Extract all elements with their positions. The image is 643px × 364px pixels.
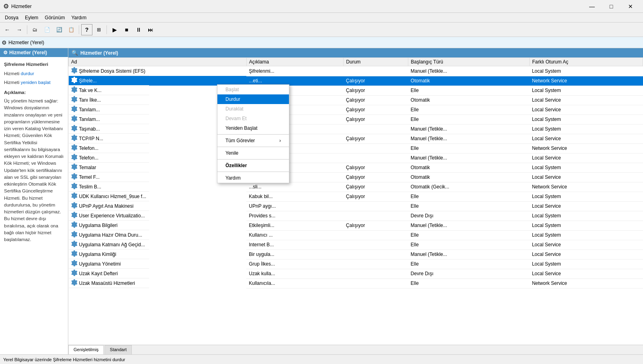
table-row[interactable]: TCP/IP N... ...ist... Çalışıyor Manuel (… [69, 134, 643, 143]
stop-button[interactable]: ■ [121, 24, 132, 35]
cell-status: Çalışıyor [344, 134, 408, 143]
menu-yardim[interactable]: Yardım [68, 14, 90, 21]
stop-link[interactable]: durdur [21, 71, 34, 76]
table-row[interactable]: Uygulama Katmanı Ağ Geçid... Internet B.… [69, 240, 643, 249]
context-menu-item: Devam Et [217, 114, 289, 123]
forward-button[interactable]: → [14, 24, 25, 35]
cell-desc: Kullanıcıla... [246, 278, 344, 288]
tab-standard[interactable]: Standart [104, 345, 132, 354]
restart-link[interactable]: yeniden başlat [21, 80, 51, 85]
context-menu-separator [217, 172, 289, 172]
cell-name: Telefon... [69, 153, 149, 163]
cell-logon: Local Service [530, 95, 643, 105]
col-start[interactable]: Başlangıç Türü [408, 58, 530, 66]
cell-name: Teslim B... [69, 182, 149, 192]
status-text: Yerel Bilgisayar üzerinde Şifreleme Hizm… [3, 357, 125, 362]
table-row[interactable]: Uzak Kayıt Defteri Uzak kulla... Devre D… [69, 269, 643, 278]
cell-start-type: Elle [408, 230, 530, 240]
cell-start-type: Manuel (Tetikle... [408, 249, 530, 259]
table-row[interactable]: Temalar ...a ... Çalışıyor Otomatik Loca… [69, 163, 643, 172]
table-row[interactable]: Uygulama Hazır Olma Duru... Kullanıcı ..… [69, 230, 643, 240]
help-button[interactable]: ? [81, 24, 92, 35]
context-menu-separator [217, 147, 289, 147]
cell-start-type: Elle [408, 201, 530, 211]
report-button[interactable]: 📄 [41, 24, 53, 35]
col-status[interactable]: Durum [344, 58, 408, 66]
table-row[interactable]: Taşınab... ...bil... Manuel (Tetikle... … [69, 124, 643, 134]
context-menu-item[interactable]: Özellikler [217, 161, 289, 170]
context-menu-item[interactable]: Durdur [217, 94, 289, 104]
table-row[interactable]: UDK Kullanıcı Hizmeti_9sue f... Kabuk bi… [69, 192, 643, 201]
table-row[interactable]: Şifrele... ...eti... Çalışıyor Otomatik … [69, 76, 643, 86]
cell-name: Şifrele... [69, 76, 149, 86]
table-row[interactable]: Telefon... ...t... Manuel (Tetikle... Lo… [69, 153, 643, 163]
table-row[interactable]: Tanılam... ...a ... Çalışıyor Elle Local… [69, 105, 643, 115]
play-button[interactable]: ▶ [109, 24, 120, 35]
maximize-button[interactable]: □ [602, 0, 620, 13]
minimize-button[interactable]: — [583, 0, 601, 13]
cell-status [344, 259, 408, 269]
cell-name: Uzak Kayıt Defteri [69, 269, 149, 278]
search-icon: 🔍 [72, 50, 78, 56]
services-table: Ad Açıklama Durum Başlangıç Türü Farklı … [68, 57, 643, 288]
cell-name: Uygulama Yönetimi [69, 259, 149, 269]
cell-start-type: Elle [408, 259, 530, 269]
menu-dosya[interactable]: Dosya [2, 14, 22, 21]
cell-status [344, 278, 408, 288]
cell-start-type: Elle [408, 278, 530, 288]
cell-logon: Local Service [530, 269, 643, 278]
table-row[interactable]: UPnP Aygıt Ana Makinesi UPnP aygı... Ell… [69, 201, 643, 211]
table-row[interactable]: Teslim B... ...sli... Çalışıyor Otomatik… [69, 182, 643, 192]
table-row[interactable]: Uzak Masaüstü Hizmetleri Kullanıcıla... … [69, 278, 643, 288]
col-logon[interactable]: Farklı Oturum Aç [530, 58, 643, 66]
tab-extended[interactable]: Genişletilmiş [68, 345, 104, 354]
col-name[interactable]: Ad [69, 58, 247, 66]
cell-start-type: Otomatik [408, 76, 530, 86]
menu-goruntum[interactable]: Görünüm [41, 14, 68, 21]
cell-status: Çalışıyor [344, 221, 408, 230]
table-row[interactable]: Tanı İlke... ...a İ... Çalışıyor Otomati… [69, 95, 643, 105]
cell-name: Tak ve K... [69, 86, 149, 95]
cell-logon: Local Service [530, 105, 643, 115]
cell-name: Taşınab... [69, 124, 149, 134]
table-area[interactable]: Ad Açıklama Durum Başlangıç Türü Farklı … [68, 57, 643, 345]
cell-logon: Network Service [530, 182, 643, 192]
cell-logon: Local Service [530, 134, 643, 143]
table-row[interactable]: Tanılam... ...a ... Çalışıyor Elle Local… [69, 115, 643, 124]
close-button[interactable]: ✕ [621, 0, 640, 13]
col-desc[interactable]: Açıklama [246, 58, 344, 66]
context-menu-item[interactable]: Yardım [217, 173, 289, 183]
pause-button[interactable]: ⏸ [133, 24, 144, 35]
service-icon [71, 135, 78, 142]
table-row[interactable]: Uygulama Yönetimi Grup İlkes... Elle Loc… [69, 259, 643, 269]
tree-view-button[interactable]: 🗂 [29, 24, 41, 35]
context-menu-item[interactable]: Yeniden Başlat [217, 123, 289, 133]
step-button[interactable]: ⏭ [145, 24, 156, 35]
cell-name: Tanılam... [69, 115, 149, 124]
back-button[interactable]: ← [2, 24, 13, 35]
cell-status: Çalışıyor [344, 172, 408, 182]
refresh-button[interactable]: 🔄 [53, 24, 65, 35]
context-menu-item[interactable]: Tüm Görevler› [217, 136, 289, 145]
cell-name: Uygulama Katmanı Ağ Geçid... [69, 240, 149, 249]
cell-start-type: Elle [408, 86, 530, 95]
table-row[interactable]: Telefon... ...gi... Elle Network Service [69, 143, 643, 153]
cell-logon: Local System [530, 115, 643, 124]
cell-desc: Internet B... [246, 240, 344, 249]
export-button[interactable]: 📋 [66, 24, 77, 35]
table-row[interactable]: User Experience Virtualizatio... Provide… [69, 211, 643, 221]
context-menu-item: Başlat [217, 85, 289, 94]
grid-button[interactable]: ⊞ [93, 24, 104, 35]
cell-name: Uygulama Kimliği [69, 249, 149, 259]
table-row[interactable]: Şifreleme Dosya Sistemi (EFS) Şifrelenmi… [69, 66, 643, 76]
bottom-tabs: Genişletilmiş Standart [68, 345, 643, 354]
table-row[interactable]: Temel F... ...iltr... Çalışıyor Otomatik… [69, 172, 643, 182]
service-icon [71, 212, 78, 219]
table-row[interactable]: Uygulama Kimliği Bir uygula... Manuel (T… [69, 249, 643, 259]
cell-name: UPnP Aygıt Ana Makinesi [69, 201, 149, 211]
table-row[interactable]: Tak ve K... ...ve... Çalışıyor Elle Loca… [69, 86, 643, 95]
context-menu-item[interactable]: Yenile [217, 148, 289, 158]
table-row[interactable]: Uygulama Bilgileri Etkileşimli... Çalışı… [69, 221, 643, 230]
menu-eylem[interactable]: Eylem [22, 14, 41, 21]
service-icon [71, 231, 78, 239]
